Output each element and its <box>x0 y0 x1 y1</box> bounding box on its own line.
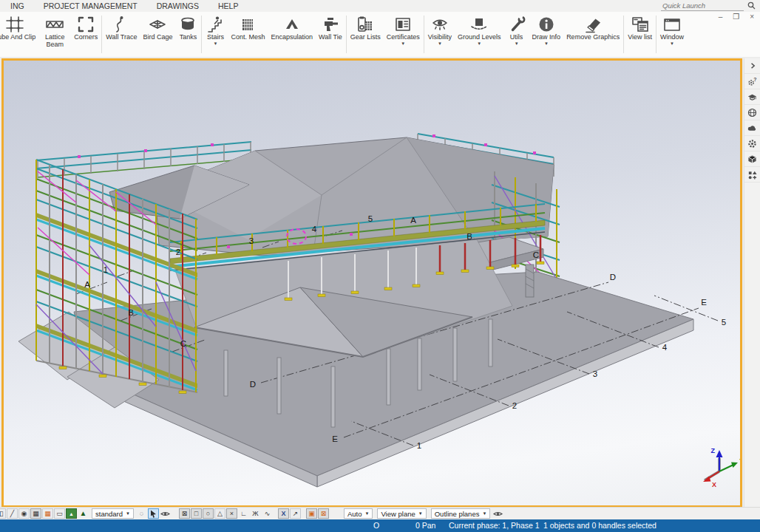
encapsulation-button[interactable]: Encapsulation <box>268 12 316 57</box>
status-bar: O 0 Pan Current phase: 1, Phase 1 1 obje… <box>0 519 760 532</box>
menu-modeling[interactable]: ING <box>10 0 24 12</box>
snap-zone-button[interactable]: ⊠ <box>318 508 329 519</box>
work-plane-dropdown[interactable]: View plane▼ <box>377 508 426 519</box>
grid-label: E <box>701 298 707 307</box>
svg-text:?: ? <box>753 77 756 82</box>
view-list-icon <box>631 14 650 34</box>
tube-and-clip-button[interactable]: Tube And Clip <box>0 12 38 57</box>
ground-levels-button[interactable]: Ground Levels ▼ <box>455 12 504 57</box>
stairs-button[interactable]: Stairs ▼ <box>203 12 228 57</box>
line-tool-button[interactable]: ╱ <box>7 508 18 519</box>
status-current-phase: Current phase: 1, Phase 1 <box>449 519 540 532</box>
dropdown-caret-icon: ▼ <box>418 511 423 516</box>
bird-cage-icon <box>148 14 167 34</box>
ortho-toggle-button[interactable]: ▣ <box>306 508 317 519</box>
snap-nearest-button[interactable]: ○ <box>203 508 214 519</box>
corners-icon <box>76 14 95 34</box>
dropdown-caret-icon: ▼ <box>670 42 674 46</box>
cloud-button[interactable] <box>744 120 760 136</box>
snap-depth-dropdown[interactable]: Auto▼ <box>344 508 373 519</box>
smart-select-button[interactable] <box>148 508 159 519</box>
ribbon-separator <box>101 16 102 53</box>
bird-cage-button[interactable]: Bird Cage <box>140 12 175 57</box>
tanks-icon <box>178 14 197 34</box>
learning-button[interactable] <box>744 89 760 105</box>
minimize-icon[interactable]: – <box>719 13 723 21</box>
ribbon-separator <box>424 16 424 53</box>
snap-any-button[interactable]: △ <box>214 508 225 519</box>
restore-icon[interactable]: ❐ <box>733 13 739 21</box>
window-button[interactable]: Window ▼ <box>657 12 687 57</box>
applications-button[interactable] <box>744 167 760 183</box>
web-button[interactable] <box>744 105 760 120</box>
close-icon[interactable]: × <box>750 13 754 21</box>
settings-button[interactable] <box>744 136 760 151</box>
camera-button[interactable]: ▲ <box>78 508 89 519</box>
quick-launch-field[interactable] <box>661 1 744 11</box>
corners-button[interactable]: Corners <box>71 12 101 57</box>
support-button[interactable]: ? <box>744 74 760 89</box>
lattice-beam-button[interactable]: Lattice Beam <box>38 12 71 57</box>
dropdown-caret-icon: ▼ <box>213 42 217 46</box>
render-mode-button[interactable]: ◉ <box>18 508 30 519</box>
tanks-button[interactable]: Tanks <box>175 12 200 57</box>
snap-intersection-button[interactable]: × <box>226 508 237 519</box>
selection-filter-dropdown[interactable]: standard▼ <box>92 508 134 519</box>
dropdown-caret-icon: ▼ <box>364 511 369 516</box>
snap-direction-button[interactable]: ↗ <box>290 508 301 519</box>
menu-drawings[interactable]: DRAWINGS <box>157 0 199 12</box>
wall-trace-button[interactable]: Wall Trace <box>103 12 140 57</box>
settings-help-icon: ? <box>747 77 757 86</box>
snap-reference-button[interactable]: ⊠ <box>179 508 190 519</box>
dropdown-caret-icon: ▼ <box>126 511 130 516</box>
collapse-pane-button[interactable] <box>744 58 760 74</box>
remove-graphics-button[interactable]: Remove Graphics <box>563 12 622 57</box>
grid-label: A <box>410 216 416 225</box>
grid-label: 4 <box>312 225 317 233</box>
menu-project-management[interactable]: PROJECT MANAGEMENT <box>44 0 138 12</box>
certificates-button[interactable]: Certificates ▼ <box>384 12 423 57</box>
chevron-right-icon <box>749 62 756 69</box>
snap-override-button[interactable]: X <box>278 508 289 519</box>
encapsulation-icon <box>282 14 302 34</box>
outline-planes-dropdown[interactable]: Outline planes▼ <box>431 508 491 519</box>
tekla-structures-window: ING PROJECT MANAGEMENT DRAWINGS HELP Tub… <box>0 0 760 532</box>
model-button[interactable] <box>744 151 760 167</box>
dropdown-caret-icon: ▼ <box>438 42 442 46</box>
cont-mesh-button[interactable]: Cont. Mesh <box>228 12 268 57</box>
model-viewport[interactable]: 1 2 3 4 5 A B C A B C D E D E 5 4 3 2 1 <box>1 58 742 508</box>
gear-lists-button[interactable]: Gear Lists <box>347 12 384 57</box>
visibility-button[interactable]: Visibility ▼ <box>425 12 455 57</box>
status-selection-count: 1 objects and 0 handles selected <box>543 519 656 532</box>
clipped-tool-button[interactable]: ◧ <box>0 508 6 519</box>
menu-help[interactable]: HELP <box>218 0 238 12</box>
lattice-beam-icon <box>45 14 64 34</box>
draw-info-button[interactable]: Draw Info ▼ <box>529 12 564 57</box>
utils-button[interactable]: Utils ▼ <box>504 12 529 57</box>
ribbon-group-shapes: Wall Trace Bird Cage Tanks <box>103 12 200 57</box>
wall-tie-button[interactable]: Wall Tie <box>316 12 345 57</box>
view-plane-toggle-button[interactable]: ▭ <box>54 508 65 519</box>
grid-color-toggle-button[interactable]: ▦ <box>42 508 53 519</box>
utils-icon <box>507 14 526 34</box>
visibility-icon <box>430 14 449 34</box>
snap-points-button[interactable]: ◌ <box>136 508 147 519</box>
view-list-button[interactable]: View list <box>625 12 655 57</box>
status-pan-indicator: 0 Pan <box>415 519 435 532</box>
eye-icon <box>493 511 503 517</box>
gear-lists-icon <box>356 14 375 34</box>
quick-launch-input[interactable] <box>661 1 744 10</box>
plane-visibility-button[interactable] <box>492 508 503 519</box>
status-ortho-indicator: O <box>373 519 379 532</box>
snap-geometry-button[interactable]: □ <box>191 508 202 519</box>
grid-toggle-button[interactable]: ▦ <box>30 508 41 519</box>
ribbon-group-lists: Gear Lists Certificates ▼ <box>347 12 423 57</box>
snap-visibility-button[interactable] <box>160 508 171 519</box>
cursor-icon <box>150 510 157 518</box>
snap-free-button[interactable]: ∿ <box>262 508 273 519</box>
web-icon <box>747 108 757 117</box>
snap-extension-button[interactable]: Ж <box>250 508 261 519</box>
screenshot-button[interactable]: ▲ <box>66 508 77 519</box>
search-icon[interactable] <box>747 1 756 10</box>
snap-perpendicular-button[interactable]: ∟ <box>238 508 249 519</box>
